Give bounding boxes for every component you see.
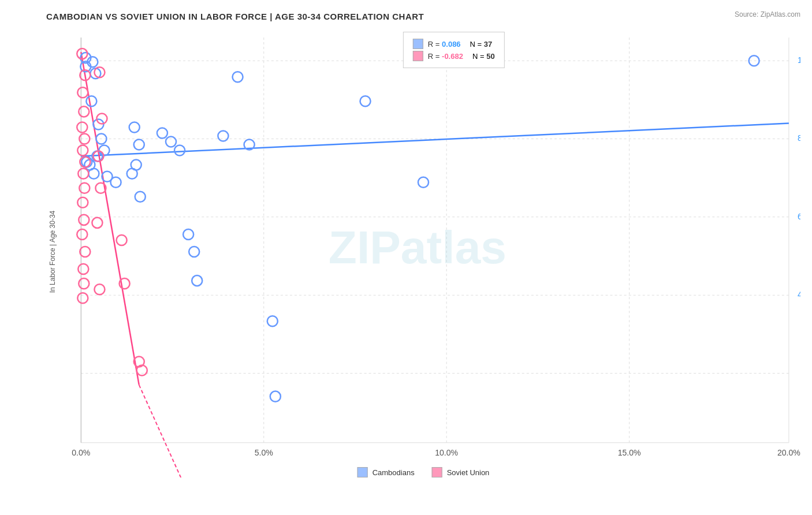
svg-point-31 (99, 145, 109, 156)
svg-point-42 (135, 192, 146, 202)
svg-point-73 (77, 293, 88, 303)
svg-point-80 (117, 235, 127, 245)
svg-point-67 (77, 197, 88, 208)
svg-text:ZIPatlas: ZIPatlas (329, 221, 506, 273)
svg-point-38 (129, 122, 140, 132)
legend-row-cambodian: R = 0.086 N = 37 (413, 39, 495, 49)
svg-point-48 (192, 275, 202, 286)
source-label: Source: ZipAtlas.com (735, 10, 800, 18)
legend-item-soviet: Soviet Union (432, 467, 490, 477)
chart-container: CAMBODIAN VS SOVIET UNION IN LABOR FORCE… (0, 0, 812, 515)
svg-text:20.0%: 20.0% (777, 448, 800, 457)
svg-point-50 (232, 72, 243, 82)
svg-point-59 (77, 87, 88, 98)
svg-text:15.0%: 15.0% (618, 448, 641, 457)
svg-point-43 (157, 128, 167, 138)
svg-point-37 (111, 177, 121, 188)
chart-area: In Labor Force | Age 30-34 R = 0.086 N =… (46, 26, 800, 477)
svg-text:82.5%: 82.5% (798, 134, 800, 143)
svg-point-41 (131, 160, 141, 170)
svg-point-45 (174, 145, 185, 156)
svg-point-39 (134, 140, 144, 150)
scatter-chart: 100.0% 82.5% 65.0% 47.5% 0.0% 5.0% 10.0%… (46, 26, 800, 477)
legend-r-label-soviet: R = (428, 52, 442, 61)
legend-n-value-cambodian: 37 (484, 40, 492, 48)
legend-label-soviet: Soviet Union (447, 468, 490, 477)
svg-point-53 (418, 177, 429, 188)
legend-r-label-cambodian: R = (428, 40, 442, 48)
svg-point-63 (77, 145, 88, 156)
svg-point-56 (270, 391, 281, 402)
svg-text:0.0%: 0.0% (72, 448, 90, 457)
svg-text:47.5%: 47.5% (798, 290, 800, 299)
svg-line-21 (81, 123, 789, 156)
svg-point-70 (80, 247, 90, 257)
chart-legend: R = 0.086 N = 37 R = -0.682 N = 50 (403, 32, 505, 68)
svg-text:10.0%: 10.0% (435, 448, 458, 457)
svg-point-44 (166, 136, 176, 147)
svg-point-61 (77, 122, 87, 132)
svg-point-46 (183, 229, 193, 240)
svg-text:5.0%: 5.0% (255, 448, 273, 457)
svg-point-49 (218, 130, 228, 141)
svg-line-23 (139, 385, 191, 477)
legend-swatch-soviet (413, 51, 423, 61)
svg-point-47 (189, 247, 199, 257)
svg-point-79 (94, 284, 105, 294)
legend-item-cambodian: Cambodians (357, 467, 415, 477)
svg-point-69 (77, 229, 87, 240)
svg-point-65 (78, 169, 88, 179)
svg-text:100.0%: 100.0% (798, 55, 800, 65)
legend-n-label-cambodian: N = (470, 40, 484, 48)
legend-r-value-cambodian: 0.086 (442, 40, 461, 48)
legend-n-label-soviet: N = (472, 52, 486, 61)
bottom-legend: Cambodians Soviet Union (357, 467, 490, 477)
legend-r-value-soviet: -0.682 (442, 52, 463, 61)
svg-point-28 (86, 96, 96, 106)
legend-row-soviet: R = -0.682 N = 50 (413, 51, 495, 61)
chart-title: CAMBODIAN VS SOVIET UNION IN LABOR FORCE… (46, 12, 800, 21)
legend-n-value-soviet: 50 (486, 52, 494, 61)
svg-point-78 (92, 218, 102, 228)
legend-label-cambodian: Cambodians (373, 468, 415, 477)
svg-point-72 (79, 278, 89, 289)
svg-point-54 (267, 316, 278, 326)
svg-text:65.0%: 65.0% (798, 212, 800, 221)
legend-swatch-soviet-bottom (432, 467, 442, 477)
legend-swatch-cambodian-bottom (357, 467, 368, 477)
svg-point-71 (78, 264, 88, 274)
y-axis-label: In Labor Force | Age 30-34 (49, 211, 57, 293)
svg-line-22 (81, 52, 139, 385)
legend-swatch-cambodian (413, 39, 423, 49)
svg-point-68 (79, 215, 89, 225)
svg-point-52 (360, 96, 370, 106)
svg-point-60 (79, 106, 89, 117)
svg-point-34 (88, 169, 99, 179)
